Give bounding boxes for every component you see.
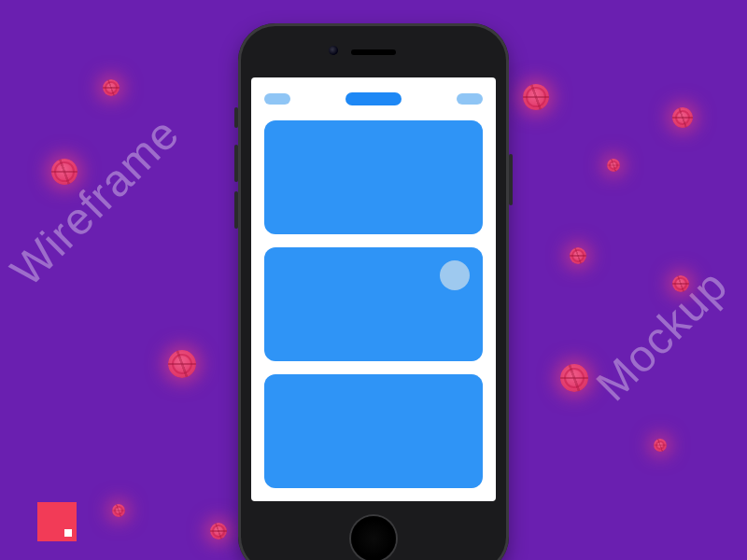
phone-mockup (238, 23, 509, 560)
dribbble-ball-icon (672, 107, 693, 128)
wireframe-label: Wireframe (1, 107, 190, 296)
dribbble-ball-icon (672, 275, 689, 292)
dribbble-ball-icon (112, 504, 125, 517)
nav-action-button[interactable] (457, 93, 483, 105)
dribbble-ball-icon (523, 84, 549, 110)
front-camera-icon (329, 46, 338, 55)
mockup-label: Mockup (585, 259, 737, 411)
dribbble-ball-icon (560, 364, 588, 392)
volume-up-button (234, 145, 238, 182)
nav-title-chip (345, 92, 402, 105)
dribbble-ball-icon (210, 523, 227, 539)
brand-badge-icon (37, 502, 77, 541)
wireframe-card-2[interactable] (264, 247, 483, 361)
power-button (509, 154, 513, 205)
earpiece-speaker (351, 49, 396, 55)
dribbble-ball-icon (168, 350, 196, 378)
nav-back-button[interactable] (264, 93, 290, 105)
mute-switch (234, 107, 238, 128)
dribbble-ball-icon (654, 439, 667, 452)
volume-down-button (234, 191, 238, 229)
dribbble-ball-icon (103, 79, 120, 96)
touch-indicator-icon (440, 260, 470, 290)
wireframe-card-1[interactable] (264, 120, 483, 234)
phone-screen (251, 77, 496, 501)
nav-bar (264, 91, 483, 107)
wireframe-card-3[interactable] (264, 374, 483, 488)
home-button[interactable] (351, 516, 396, 560)
dribbble-ball-icon (607, 159, 620, 172)
dribbble-ball-icon (51, 159, 78, 185)
dribbble-ball-icon (570, 247, 586, 264)
